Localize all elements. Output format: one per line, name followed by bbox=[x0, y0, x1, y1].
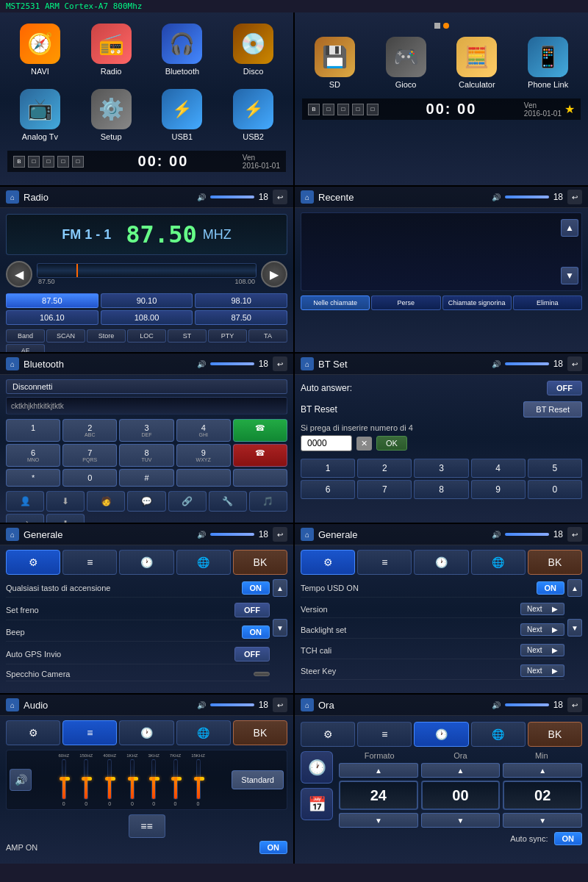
btset-pin-input[interactable] bbox=[301, 435, 352, 451]
bt-vol-slider[interactable] bbox=[210, 362, 254, 365]
recente-scroll-down[interactable]: ▼ bbox=[561, 267, 578, 284]
btset-reset-btn[interactable]: BT Reset bbox=[523, 401, 582, 417]
gen2-tab-globe[interactable]: 🌐 bbox=[471, 550, 526, 575]
gen1-vol-slider[interactable] bbox=[210, 533, 254, 536]
preset-5[interactable]: 108.00 bbox=[101, 310, 193, 325]
prev-btn[interactable]: ◀ bbox=[6, 261, 32, 287]
btset-num-7[interactable]: 7 bbox=[357, 480, 412, 499]
eq-track-400hz[interactable] bbox=[107, 759, 112, 800]
gen2-tab-settings[interactable]: ⚙ bbox=[301, 550, 355, 575]
gen2-next-4[interactable]: Next ▶ bbox=[520, 664, 564, 677]
radio-vol-slider[interactable] bbox=[210, 196, 254, 198]
preset-4[interactable]: 106.10 bbox=[6, 310, 98, 325]
bt-disconnect-btn[interactable]: Disconnetti bbox=[6, 379, 287, 394]
eq-track-60hz[interactable] bbox=[62, 759, 66, 800]
gen2-home-icon[interactable]: ⌂ bbox=[301, 528, 314, 541]
bt-call-btn[interactable]: ☎ bbox=[233, 419, 287, 442]
preset-3[interactable]: 98.10 bbox=[195, 293, 287, 308]
btset-num-3[interactable]: 3 bbox=[414, 459, 468, 478]
ora-min-down[interactable]: ▼ bbox=[503, 813, 582, 828]
radio-scan[interactable]: SCAN bbox=[46, 329, 85, 343]
btset-clear-btn[interactable]: ✕ bbox=[356, 437, 372, 451]
bt-key-hash[interactable]: # bbox=[119, 469, 173, 487]
gen1-toggle-2[interactable]: OFF bbox=[234, 603, 270, 617]
gen1-tab-clock[interactable]: 🕐 bbox=[119, 550, 173, 575]
ora-formato-down[interactable]: ▼ bbox=[339, 813, 418, 828]
gen2-tab-eq[interactable]: ≡ bbox=[357, 550, 412, 575]
bt-key-3[interactable]: 3DEF bbox=[119, 419, 173, 442]
bt-action-transfer[interactable]: ⇄ bbox=[6, 514, 44, 523]
ora-ora-up[interactable]: ▲ bbox=[421, 763, 501, 778]
menu-item-radio[interactable]: 📻 Radio bbox=[79, 20, 144, 79]
bt-key-6[interactable]: 6MNO bbox=[6, 444, 60, 467]
gen2-vol-slider[interactable] bbox=[505, 533, 549, 536]
audio-tab-clock[interactable]: 🕐 bbox=[119, 720, 173, 745]
gen1-tab-settings[interactable]: ⚙ bbox=[6, 550, 60, 575]
next-btn[interactable]: ▶ bbox=[261, 261, 287, 287]
gen1-back-btn[interactable]: ↩ bbox=[273, 527, 287, 542]
btset-num-9[interactable]: 9 bbox=[471, 480, 526, 499]
gen1-scroll-up[interactable]: ▲ bbox=[273, 579, 287, 597]
radio-band[interactable]: Band bbox=[6, 329, 45, 343]
gen2-toggle-1[interactable]: ON bbox=[537, 581, 565, 595]
ora-min-up[interactable]: ▲ bbox=[503, 763, 582, 778]
gen1-home-icon[interactable]: ⌂ bbox=[6, 528, 19, 541]
bt-action-contacts[interactable]: 👤 bbox=[6, 491, 44, 512]
audio-standard-btn[interactable]: Standard bbox=[232, 770, 284, 789]
bt-action-music[interactable]: 🎵 bbox=[249, 491, 287, 512]
bt-key-2[interactable]: 2ABC bbox=[62, 419, 117, 442]
menu-item-gioco[interactable]: 🎮 Gioco bbox=[373, 33, 439, 93]
bt-key-4[interactable]: 4GHI bbox=[176, 419, 231, 442]
gen1-toggle-1[interactable]: ON bbox=[242, 581, 270, 595]
gen2-next-3[interactable]: Next ▶ bbox=[520, 644, 564, 656]
bt-key-0[interactable]: 0 bbox=[62, 469, 117, 487]
gen1-tab-eq[interactable]: ≡ bbox=[62, 550, 117, 575]
btset-num-5[interactable]: 5 bbox=[528, 459, 582, 478]
tab-elimina[interactable]: Elimina bbox=[513, 295, 582, 310]
gen2-next-1[interactable]: Next ▶ bbox=[520, 603, 564, 615]
radio-loc[interactable]: LOC bbox=[127, 329, 166, 343]
btset-home-icon[interactable]: ⌂ bbox=[301, 357, 314, 370]
audio-tab-bk[interactable]: BK bbox=[233, 720, 287, 745]
radio-st[interactable]: ST bbox=[168, 329, 207, 343]
menu-item-sd[interactable]: 💾 SD bbox=[302, 33, 368, 93]
eq-track-15khz[interactable] bbox=[196, 759, 201, 800]
audio-home-icon[interactable]: ⌂ bbox=[6, 698, 19, 711]
bt-key-8[interactable]: 8TUV bbox=[119, 444, 173, 467]
gen2-scroll-down[interactable]: ▼ bbox=[567, 619, 582, 637]
eq-track-1khz[interactable] bbox=[130, 759, 135, 800]
ora-sync-toggle[interactable]: ON bbox=[554, 832, 583, 845]
recente-home-icon[interactable]: ⌂ bbox=[301, 190, 314, 204]
ora-clock-btn[interactable]: 🕐 bbox=[301, 751, 333, 784]
audio-tab-eq[interactable]: ≡ bbox=[62, 720, 117, 745]
bt-key-7[interactable]: 7PQRS bbox=[62, 444, 117, 467]
radio-back-btn[interactable]: ↩ bbox=[273, 190, 287, 204]
audio-tab-globe[interactable]: 🌐 bbox=[176, 720, 231, 745]
gen1-tab-bk[interactable]: BK bbox=[233, 550, 287, 575]
gen2-back-btn[interactable]: ↩ bbox=[567, 527, 582, 542]
bt-key-9[interactable]: 9WXYZ bbox=[176, 444, 231, 467]
ora-tab-eq[interactable]: ≡ bbox=[357, 722, 412, 747]
btset-vol-slider[interactable] bbox=[505, 362, 549, 365]
gen2-scroll-up[interactable]: ▲ bbox=[567, 579, 582, 597]
bt-action-download[interactable]: ⬇ bbox=[46, 514, 85, 523]
ora-calendar-btn[interactable]: 📅 bbox=[301, 788, 333, 820]
menu-item-disco[interactable]: 💿 Disco bbox=[220, 20, 286, 79]
preset-2[interactable]: 90.10 bbox=[101, 293, 193, 308]
radio-store[interactable]: Store bbox=[87, 329, 126, 343]
bt-hangup-btn[interactable]: ☎ bbox=[233, 444, 287, 467]
recente-scroll-up[interactable]: ▲ bbox=[561, 219, 578, 237]
menu-item-calculator[interactable]: 🧮 Calculator bbox=[445, 33, 510, 93]
bt-action-person[interactable]: 🧑 bbox=[87, 491, 125, 512]
amp-on-toggle[interactable]: ON bbox=[259, 841, 288, 854]
preset-6[interactable]: 87.50 bbox=[195, 310, 287, 325]
gen1-toggle-3[interactable]: ON bbox=[242, 625, 270, 639]
bt-key-1[interactable]: 1 bbox=[6, 419, 60, 442]
bt-action-tools[interactable]: 🔧 bbox=[209, 491, 247, 512]
menu-item-bluetooth[interactable]: 🎧 Bluetooth bbox=[150, 20, 215, 79]
menu-item-phonelink[interactable]: 📱 Phone Link bbox=[515, 33, 581, 93]
bt-action-chat[interactable]: 💬 bbox=[127, 491, 165, 512]
favorite-icon[interactable]: ★ bbox=[564, 102, 575, 116]
menu-item-usb2[interactable]: ⚡ USB2 bbox=[220, 85, 286, 145]
bt-home-icon[interactable]: ⌂ bbox=[6, 357, 19, 370]
